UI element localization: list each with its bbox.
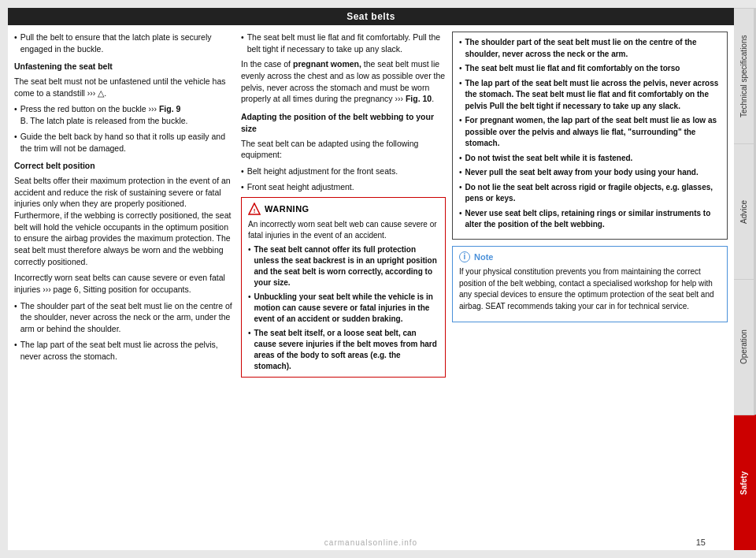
figref-9: Fig. 9 <box>159 104 180 113</box>
unfastening-heading: Unfastening the seat belt <box>14 61 235 73</box>
note-title: Note <box>474 251 493 264</box>
note-box: i Note If your physical constitution pre… <box>452 246 728 323</box>
right-bullet-5: Do not twist the seat belt while it is f… <box>459 153 721 165</box>
sidebar-label-advice: Advice <box>739 200 748 224</box>
warning-bullet-2: Unbuckling your seat belt while the vehi… <box>248 292 439 325</box>
adapting-para: The seat belt can be adapted using the f… <box>241 138 446 161</box>
col-middle: The seat belt must lie flat and fit comf… <box>241 32 446 547</box>
figref-10: Fig. 10 <box>406 94 432 103</box>
page-number: 15 <box>696 538 706 547</box>
page-title: Seat belts <box>346 11 395 22</box>
equipment-2: Front seat height adjustment. <box>241 181 446 193</box>
correct-position-para2: Incorrectly worn seat belts can cause se… <box>14 272 235 295</box>
left-bullet-2: Press the red button on the buckle ››› F… <box>14 103 235 126</box>
sidebar-label-technical: Technical specifications <box>739 35 748 117</box>
warning-box: ! WARNING An incorrectly worn seat belt … <box>241 197 446 378</box>
left-bullet-1-text: Pull the belt to ensure that the latch p… <box>20 32 235 54</box>
main-content: Seat belts Pull the belt to ensure that … <box>8 8 734 550</box>
sidebar-item-safety[interactable]: Safety <box>734 415 756 550</box>
page-header: Seat belts <box>8 8 734 25</box>
sidebar-item-operation[interactable]: Operation <box>734 279 756 415</box>
unfastening-para: The seat belt must not be unfastened unt… <box>14 76 235 99</box>
svg-text:!: ! <box>254 207 256 214</box>
warning-main-text: An incorrectly worn seat belt web can ca… <box>248 219 439 241</box>
right-bullet-2: The seat belt must lie flat and fit comf… <box>459 63 721 75</box>
right-bullet-3: The lap part of the seat belt must lie a… <box>459 78 721 113</box>
correct-position-para1: Seat belts offer their maximum protectio… <box>14 175 235 268</box>
sidebar-label-safety: Safety <box>739 471 748 495</box>
left-bullet-5: The lap part of the seat belt must lie a… <box>14 339 235 362</box>
warning-bullet-3: The seat belt itself, or a loose seat be… <box>248 328 439 372</box>
left-bullet-3: Guide the belt back by hand so that it r… <box>14 131 235 154</box>
pregnant-para: In the case of pregnant women, the seat … <box>241 58 446 105</box>
sidebar-item-advice[interactable]: Advice <box>734 143 756 279</box>
warning-bullet-1: The seat belt cannot offer its full prot… <box>248 244 439 288</box>
col-left: Pull the belt to ensure that the latch p… <box>14 32 235 547</box>
equipment-1: Belt height adjustment for the front sea… <box>241 166 446 177</box>
note-text: If your physical constitution prevents y… <box>459 266 721 312</box>
right-info-box: The shoulder part of the seat belt must … <box>452 32 728 240</box>
sidebar-label-operation: Operation <box>739 330 748 365</box>
warning-triangle-icon: ! <box>248 203 261 215</box>
watermark: carmanualsonline.info <box>324 538 417 547</box>
right-bullet-8: Never use seat belt clips, retaining rin… <box>459 208 721 231</box>
correct-position-heading: Correct belt position <box>14 160 235 172</box>
col-right: The shoulder part of the seat belt must … <box>452 32 728 547</box>
sidebar: Technical specifications Advice Operatio… <box>734 8 756 550</box>
note-icon: i <box>459 251 470 262</box>
right-bullet-4: For pregnant women, the lap part of the … <box>459 115 721 150</box>
right-bullet-7: Do not lie the seat belt across rigid or… <box>459 182 721 205</box>
content-area: Pull the belt to ensure that the latch p… <box>8 25 734 550</box>
right-bullet-6: Never pull the seat belt away from your … <box>459 167 721 179</box>
middle-bullet-1: The seat belt must lie flat and fit comf… <box>241 32 446 54</box>
left-bullet-1: Pull the belt to ensure that the latch p… <box>14 32 235 54</box>
sidebar-item-technical[interactable]: Technical specifications <box>734 8 756 143</box>
right-bullet-1: The shoulder part of the seat belt must … <box>459 37 721 60</box>
warning-title: WARNING <box>265 203 309 215</box>
left-bullet-4: The shoulder part of the seat belt must … <box>14 300 235 335</box>
note-header: i Note <box>459 251 721 264</box>
warning-header: ! WARNING <box>248 203 439 215</box>
adapting-heading: Adapting the position of the belt webbin… <box>241 111 446 134</box>
